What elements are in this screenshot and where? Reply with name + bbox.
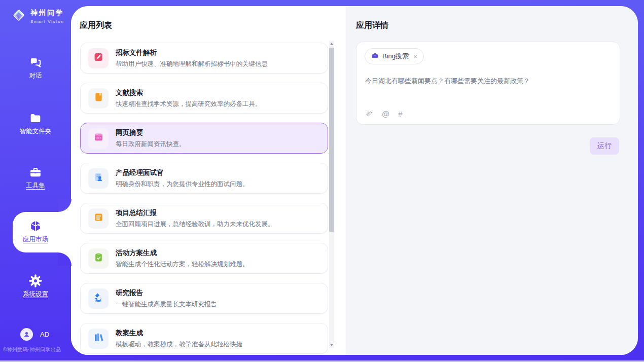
- project-summary-icon: [93, 212, 104, 225]
- sidebar-item-chat[interactable]: 对话: [0, 56, 71, 80]
- user-account[interactable]: AD: [20, 328, 49, 341]
- briefcase-icon: [371, 52, 379, 61]
- toolbox-icon: [29, 166, 42, 179]
- app-detail-panel: 应用详情 Bing搜索 × 今日湖北有哪些新闻要点？有哪些需要关注的最新政策？ …: [346, 6, 638, 355]
- app-card-list: 招标文件解析 帮助用户快速、准确地理解和解析招标书中的关键信息 文献搜索 快速精…: [80, 43, 328, 355]
- pm-interviewer-icon: [93, 172, 104, 185]
- brand-subtitle: Smart Vision: [30, 19, 64, 24]
- research-report-icon: [93, 292, 104, 305]
- at-icon[interactable]: @: [382, 110, 389, 118]
- person-icon: [23, 331, 30, 338]
- chat-icon: [29, 56, 42, 69]
- app-list-title: 应用列表: [80, 20, 112, 31]
- app-card[interactable]: 招标文件解析 帮助用户快速、准确地理解和解析招标书中的关键信息: [80, 43, 328, 74]
- query-text[interactable]: 今日湖北有哪些新闻要点？有哪些需要关注的最新政策？: [365, 77, 612, 86]
- scroll-up-icon[interactable]: [329, 41, 334, 47]
- tool-tag-bing[interactable]: Bing搜索 ×: [365, 48, 424, 64]
- app-card[interactable]: 教案生成 模板驱动，教案秒成，教学准备从此轻松快捷: [80, 323, 328, 354]
- hash-icon[interactable]: #: [398, 110, 402, 118]
- svg-text:</>: </>: [96, 136, 101, 139]
- brand-name: 神州问学: [30, 9, 64, 18]
- main-panel: 应用列表 招标文件解析 帮助用户快速、准确地理解和解析招标书中的关键信息 文献搜…: [71, 6, 638, 355]
- app-detail-title: 应用详情: [356, 20, 388, 31]
- scroll-down-icon[interactable]: [329, 342, 334, 348]
- sidebar-item-settings[interactable]: 系统设置: [0, 274, 71, 299]
- folder-icon: [29, 112, 42, 125]
- avatar: [20, 328, 33, 341]
- activity-plan-icon: [93, 252, 104, 265]
- copyright-text: ©神州数码·神州问学出品: [3, 346, 71, 353]
- sidebar-item-market[interactable]: 应用市场: [0, 220, 71, 244]
- sidebar-item-toolset[interactable]: 工具集: [0, 166, 71, 190]
- app-card[interactable]: 文献搜索 快速精准查找学术资源，提高研究效率的必备工具。: [80, 83, 328, 114]
- brand-logo: 神州问学 Smart Vision: [11, 8, 64, 25]
- bid-parse-icon: [93, 52, 104, 64]
- app-card-selected[interactable]: </> 网页摘要 每日政府新闻资讯快查。: [80, 123, 328, 154]
- app-card[interactable]: 项目总结汇报 全面回顾项目进展，总结经验教训，助力未来优化发展。: [80, 203, 328, 234]
- app-list-panel: 应用列表 招标文件解析 帮助用户快速、准确地理解和解析招标书中的关键信息 文献搜…: [71, 6, 346, 355]
- web-summary-icon: </>: [93, 132, 104, 144]
- brand-diamond-icon: [11, 8, 26, 25]
- run-button[interactable]: 运行: [590, 137, 619, 155]
- paperclip-icon[interactable]: [365, 110, 373, 118]
- lesson-plan-icon: [93, 332, 104, 345]
- settings-icon: [29, 274, 42, 287]
- app-market-icon: [29, 220, 42, 233]
- app-card[interactable]: 活动方案生成 智能生成个性化活动方案，轻松解决规划难题。: [80, 243, 328, 274]
- close-icon[interactable]: ×: [413, 53, 417, 60]
- list-scrollbar[interactable]: [329, 41, 334, 348]
- query-input-card[interactable]: Bing搜索 × 今日湖北有哪些新闻要点？有哪些需要关注的最新政策？ @#: [356, 42, 620, 125]
- scrollbar-thumb[interactable]: [329, 48, 334, 232]
- user-label: AD: [40, 331, 49, 338]
- tab-fillet-bottom: [58, 252, 71, 266]
- sidebar-item-folders[interactable]: 智能文件夹: [0, 112, 71, 136]
- app-card[interactable]: 研究报告 一键智能生成高质量长文本研究报告: [80, 283, 328, 314]
- app-card[interactable]: 产品经理面试官 明确身份和职责，为您提供专业性的面试问题。: [80, 163, 328, 194]
- attach-toolbar: @#: [365, 110, 403, 118]
- tool-tag-label: Bing搜索: [382, 52, 409, 61]
- tab-fillet-top: [58, 199, 71, 212]
- literature-search-icon: [93, 92, 104, 104]
